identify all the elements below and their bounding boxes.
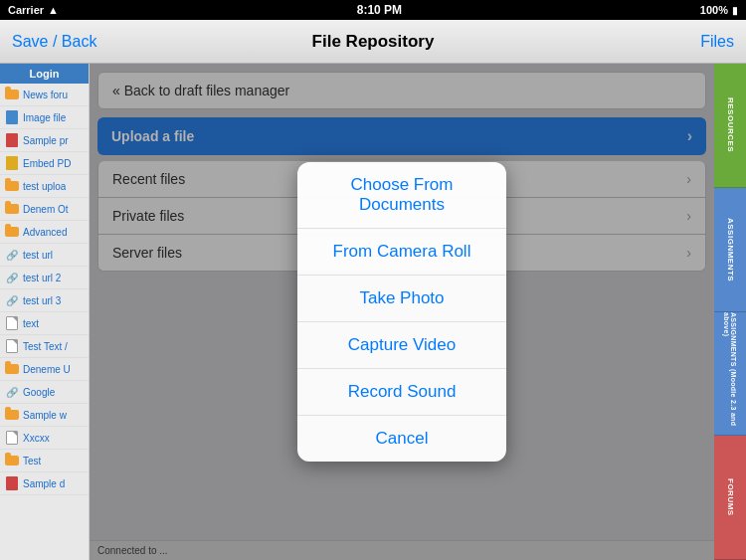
sidebar-item-url1[interactable]: 🔗 test url <box>0 244 89 267</box>
sidebar-item-embed[interactable]: Embed PD <box>0 152 89 175</box>
sidebar-item-label: Image file <box>23 112 66 123</box>
file-blue-icon <box>4 109 20 125</box>
folder-icon <box>4 453 20 468</box>
tab-forums-label: FORUMS <box>726 478 735 516</box>
popup-overlay: Choose From Documents From Camera Roll T… <box>90 64 714 560</box>
sidebar-item-label: test url 2 <box>23 273 61 283</box>
popup-take-photo[interactable]: Take Photo <box>297 276 506 322</box>
sidebar-item-label: News foru <box>23 90 68 100</box>
wifi-icon: ▲ <box>48 4 59 16</box>
sidebar-item-label: test url 3 <box>23 295 61 306</box>
sidebar-item-label: test uploa <box>23 181 66 192</box>
time-label: 8:10 PM <box>357 3 402 17</box>
sidebar-item-label: Sample pr <box>23 135 69 146</box>
nav-bar: Save / Back File Repository Files <box>0 20 746 64</box>
carrier-label: Carrier <box>8 4 44 16</box>
sidebar-item-label: Test <box>23 456 41 467</box>
sidebar-item-label: Google <box>23 387 55 398</box>
center-content: « Back to draft files manager Upload a f… <box>90 64 714 560</box>
sidebar-item-label: test url <box>23 250 53 261</box>
tab-resources-label: RESOURCES <box>726 97 735 152</box>
battery-label: 100% <box>700 4 728 16</box>
left-sidebar: Login News foru Image file Sample pr Emb… <box>0 64 90 560</box>
file-red-icon <box>4 475 20 491</box>
sidebar-item-image[interactable]: Image file <box>0 106 89 129</box>
popup-record-sound[interactable]: Record Sound <box>297 369 506 416</box>
battery-icon: ▮ <box>732 5 738 16</box>
link-icon: 🔗 <box>4 247 20 263</box>
tab-forums[interactable]: FORUMS <box>714 436 746 560</box>
folder-icon <box>4 201 20 217</box>
popup-cancel[interactable]: Cancel <box>297 416 506 462</box>
sidebar-item-google[interactable]: 🔗 Google <box>0 381 89 404</box>
sidebar-item-xxcxx[interactable]: Xxcxx <box>0 427 89 450</box>
sidebar-item-label: Deneme U <box>23 364 71 375</box>
link-icon: 🔗 <box>4 384 20 400</box>
sidebar-item-label: Embed PD <box>23 158 71 169</box>
sidebar-item-url2[interactable]: 🔗 test url 2 <box>0 267 89 289</box>
status-left: Carrier ▲ <box>8 4 59 16</box>
sidebar-item-label: Sample w <box>23 410 67 421</box>
sidebar-item-label: Sample d <box>23 478 65 489</box>
folder-icon <box>4 407 20 423</box>
tab-assignments-moodle[interactable]: ASSIGNMENTS (Moodle 2.3 and above) <box>714 312 746 437</box>
sidebar-item-label: text <box>23 318 39 329</box>
sidebar-login-header: Login <box>0 64 89 84</box>
sidebar-item-denem[interactable]: Denem Ot <box>0 198 89 221</box>
popup-capture-video[interactable]: Capture Video <box>297 322 506 369</box>
link-icon: 🔗 <box>4 270 20 285</box>
tab-assignments-moodle-label: ASSIGNMENTS (Moodle 2.3 and above) <box>723 312 737 436</box>
file-yellow-icon <box>4 155 20 171</box>
sidebar-item-label: Xxcxx <box>23 433 50 444</box>
file-icon <box>4 315 20 331</box>
sidebar-item-url3[interactable]: 🔗 test url 3 <box>0 289 89 312</box>
sidebar-item-test-upload[interactable]: test uploa <box>0 175 89 198</box>
nav-bar-title: File Repository <box>312 32 435 52</box>
popup-choose-documents[interactable]: Choose From Documents <box>297 162 506 229</box>
tab-resources[interactable]: RESOURCES <box>714 64 746 188</box>
sidebar-item-sample[interactable]: Sample pr <box>0 129 89 152</box>
sidebar-item-test[interactable]: Test <box>0 450 89 472</box>
sidebar-item-sample-w[interactable]: Sample w <box>0 404 89 427</box>
sidebar-item-test-text[interactable]: Test Text / <box>0 335 89 358</box>
sidebar-item-advanced[interactable]: Advanced <box>0 221 89 244</box>
files-button[interactable]: Files <box>700 33 734 51</box>
sidebar-item-label: Test Text / <box>23 341 68 352</box>
file-red-icon <box>4 132 20 148</box>
popup-from-camera-roll[interactable]: From Camera Roll <box>297 229 506 276</box>
popup-menu: Choose From Documents From Camera Roll T… <box>297 162 506 462</box>
right-sidebar: RESOURCES ASSIGNMENTS ASSIGNMENTS (Moodl… <box>714 64 746 560</box>
folder-icon <box>4 178 20 194</box>
sidebar-item-sample-d[interactable]: Sample d <box>0 472 89 495</box>
save-back-button[interactable]: Save / Back <box>12 33 96 51</box>
sidebar-item-label: Advanced <box>23 227 67 238</box>
file-icon <box>4 430 20 446</box>
sidebar-item-news-forum[interactable]: News foru <box>0 84 89 106</box>
folder-icon <box>4 224 20 240</box>
tab-assignments-label: ASSIGNMENTS <box>726 218 735 281</box>
main-area: Login News foru Image file Sample pr Emb… <box>0 64 746 560</box>
status-bar: Carrier ▲ 8:10 PM 100% ▮ <box>0 0 746 20</box>
folder-icon <box>4 87 20 102</box>
sidebar-item-text[interactable]: text <box>0 312 89 335</box>
file-icon <box>4 338 20 354</box>
status-right: 100% ▮ <box>700 4 738 16</box>
tab-assignments[interactable]: ASSIGNMENTS <box>714 188 746 312</box>
sidebar-item-label: Denem Ot <box>23 204 69 215</box>
sidebar-item-deneme-u[interactable]: Deneme U <box>0 358 89 381</box>
folder-icon <box>4 361 20 377</box>
link-icon: 🔗 <box>4 292 20 308</box>
